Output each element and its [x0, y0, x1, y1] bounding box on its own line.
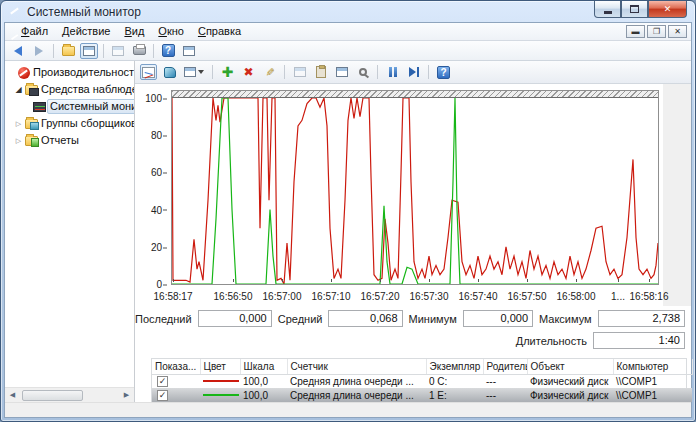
counter-row[interactable]: ✓ 100,0 Средняя длина очереди ... 1 E: -…: [152, 388, 692, 402]
menu-file[interactable]: Файл: [14, 24, 55, 39]
max-label: Максимум: [539, 313, 592, 325]
back-arrow-icon: [14, 46, 22, 56]
col-instance[interactable]: Экземпляр: [426, 359, 483, 374]
computer-cell: \\COMP1: [613, 388, 692, 402]
x-tick-label: 16:58:00: [557, 291, 596, 302]
tree-item-label: Группы сборщиков данных: [39, 117, 134, 130]
x-tick-mark: [649, 279, 650, 282]
action-pane-toggle-button[interactable]: [180, 43, 198, 59]
scrollbar-thumb[interactable]: [22, 390, 83, 401]
col-computer[interactable]: Компьютер: [613, 359, 692, 374]
mdi-close-button[interactable]: ✕: [668, 25, 687, 38]
close-icon: ✕: [664, 4, 672, 14]
legend-header-row: Показа... Цвет Шкала Счетчик Экземпляр Р…: [152, 359, 692, 374]
properties-button[interactable]: [333, 64, 350, 80]
collapsed-arrow-icon[interactable]: ▷: [13, 137, 24, 145]
mdi-minimize-button[interactable]: ▬: [626, 25, 645, 38]
graph-type-icon: [184, 67, 196, 77]
col-show[interactable]: Показа...: [152, 359, 200, 374]
x-axis-labels: 16:58:1716:56:5016:57:0016:57:1016:57:20…: [171, 291, 659, 304]
view-log-data-button[interactable]: [161, 64, 178, 80]
overscale-hatch-band: [172, 91, 658, 98]
x-tick-mark: [527, 279, 528, 282]
highlight-button[interactable]: ✎: [262, 64, 278, 81]
collapsed-arrow-icon[interactable]: ▷: [13, 120, 24, 128]
folder-monitor-icon: [24, 85, 39, 95]
maximize-button[interactable]: [621, 1, 648, 18]
x-tick-label: 16:58:16: [630, 291, 669, 302]
forward-button[interactable]: [30, 43, 48, 59]
delete-counter-button[interactable]: ✖: [240, 64, 257, 80]
folder-collector-icon: [24, 119, 39, 129]
copy-properties-button[interactable]: [291, 64, 308, 80]
print-icon: [133, 46, 146, 55]
paste-icon: [316, 66, 326, 78]
menu-view[interactable]: Вид: [117, 24, 151, 39]
duration-value: 1:40: [593, 332, 685, 349]
tree-item-label-selected: Системный монитор: [47, 99, 134, 114]
view-current-activity-button[interactable]: [140, 64, 157, 80]
chart-region: 100806040200 16:58:1716:56:5016:57:0016:…: [135, 84, 691, 306]
help-button[interactable]: ?: [159, 43, 177, 59]
col-scale[interactable]: Шкала: [240, 359, 287, 374]
close-button[interactable]: ✕: [648, 1, 687, 18]
col-color[interactable]: Цвет: [200, 359, 240, 374]
expanded-arrow-icon[interactable]: ◢: [13, 85, 24, 94]
show-tree-folder-button[interactable]: [59, 43, 77, 59]
update-data-button[interactable]: [405, 64, 422, 80]
mdi-restore-button[interactable]: ❐: [647, 25, 666, 38]
add-counter-button[interactable]: ✚: [219, 64, 236, 80]
app-icon: [9, 5, 22, 18]
menu-action[interactable]: Действие: [55, 24, 117, 39]
instance-cell: 1 E:: [426, 388, 483, 402]
freeze-display-button[interactable]: [384, 64, 401, 80]
tree-item-reports[interactable]: ▷ Отчеты: [5, 132, 134, 149]
x-tick-label: 16:57:20: [361, 291, 400, 302]
avg-label: Средний: [278, 313, 323, 325]
console-tree-toggle-button[interactable]: [80, 43, 98, 59]
back-button[interactable]: [9, 43, 27, 59]
export-list-button[interactable]: [109, 43, 127, 59]
col-counter[interactable]: Счетчик: [287, 359, 426, 374]
scroll-right-arrow-icon[interactable]: ▶: [119, 389, 134, 402]
object-cell: Физический диск: [527, 388, 613, 402]
show-checkbox[interactable]: ✓: [157, 390, 168, 401]
col-parent[interactable]: Родитель: [483, 359, 527, 374]
action-pane-icon: [183, 46, 195, 56]
x-tick-mark: [576, 279, 577, 282]
graph-type-button[interactable]: [182, 64, 206, 80]
chart-right-margin: [663, 84, 691, 306]
maximize-icon: [630, 5, 639, 13]
computer-cell: \\COMP1: [613, 374, 692, 388]
tree-horizontal-scrollbar[interactable]: ◀ ▶: [5, 387, 134, 402]
monitor-view: ✚ ✖ ✎ ? 100806040200: [135, 61, 691, 402]
show-checkbox[interactable]: ✓: [157, 376, 168, 387]
min-value: 0,000: [463, 310, 533, 327]
menu-window[interactable]: Окно: [151, 24, 191, 39]
col-object[interactable]: Объект: [527, 359, 613, 374]
window-bottom-strip: [5, 402, 691, 417]
series-disk-queue-1-E: [172, 98, 658, 284]
tree-item-data-collector-sets[interactable]: ▷ Группы сборщиков данных: [5, 115, 134, 132]
app-window: Системный монитор ✕ Файл Действие Вид Ок…: [0, 0, 696, 422]
x-tick-mark: [282, 279, 283, 282]
toolbar-separator: [53, 44, 54, 58]
perfmon-icon: [16, 67, 31, 79]
object-cell: Физический диск: [527, 374, 613, 388]
paste-counter-list-button[interactable]: [312, 64, 329, 80]
tree-item-monitoring-tools[interactable]: ◢ Средства наблюдения: [5, 81, 134, 98]
minimize-button[interactable]: [594, 1, 621, 18]
scroll-left-arrow-icon[interactable]: ◀: [5, 389, 20, 402]
scrollbar-track[interactable]: [20, 389, 119, 402]
menu-help[interactable]: Справка: [191, 24, 248, 39]
counter-row[interactable]: ✓ 100,0 Средняя длина очереди ... 0 C: -…: [152, 374, 692, 388]
tree-item-system-monitor[interactable]: Системный монитор: [5, 98, 134, 115]
step-forward-icon: [409, 67, 419, 77]
print-button[interactable]: [130, 43, 148, 59]
chevron-down-icon: [198, 70, 204, 74]
chart-help-button[interactable]: ?: [435, 64, 452, 80]
zoom-button[interactable]: [354, 64, 371, 80]
tree-item-performance[interactable]: Производительность: [5, 64, 134, 81]
instance-cell: 0 C:: [426, 374, 483, 388]
export-list-icon: [112, 46, 124, 56]
